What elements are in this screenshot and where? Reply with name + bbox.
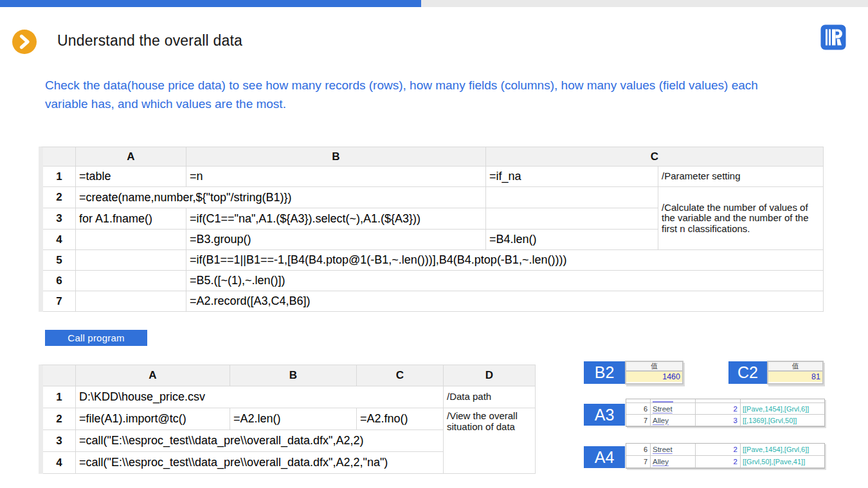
t2-col-header-a: A [76, 365, 230, 386]
t1-cell-a6 [76, 271, 186, 291]
a3-row7-count: 3 [696, 415, 741, 426]
t2-col-header-b: B [230, 365, 357, 386]
t1-col-header-a: A [76, 147, 186, 167]
a4-row6-count: 2 [696, 444, 741, 456]
a4-row7-index: 7 [626, 456, 651, 468]
t1-row-num: 1 [43, 167, 76, 187]
t2-comment-rows2-4: /View the overall situation of data [444, 408, 536, 474]
t1-cell-c1: =if_na [486, 167, 658, 187]
a4-row7-field: Alley [651, 456, 696, 468]
t1-cell-b3: =if(C1=="na",A1.(${A3}).select(~),A1.(${… [186, 208, 486, 230]
call-program-button[interactable]: Call program [45, 330, 147, 346]
t2-comment-row1: /Data path [444, 386, 536, 408]
a3-row6-index: 6 [626, 403, 651, 415]
result-value-b2: 1460 [626, 372, 682, 382]
t1-col-header-c: C [486, 147, 824, 167]
t1-cell-b7: =A2.record([A3,C4,B6]) [186, 291, 824, 312]
a4-row7-groups: [[Grvl,50],[Pave,41]] [741, 456, 824, 468]
a4-row7-count: 2 [696, 456, 741, 468]
t1-row-num: 3 [43, 208, 76, 230]
t1-row-num: 6 [43, 271, 76, 291]
top-accent-bar [0, 0, 421, 7]
a3-row7-field: Alley [651, 415, 696, 426]
a3-row6-count: 2 [696, 403, 741, 415]
t2-cell-a2: =file(A1).import@tc() [76, 408, 230, 430]
a3-row7-groups: [[,1369],[Grvl,50]] [741, 415, 824, 426]
t1-cell-c2 [486, 187, 658, 208]
result-value-table-b2: 值 1460 [625, 361, 683, 384]
page-title: Understand the overall data [57, 32, 242, 50]
t1-cell-a3: for A1.fname() [76, 208, 186, 230]
result-label-a4: A4 [584, 446, 625, 468]
t1-cell-b6: =B5.([~(1),~.len()]) [186, 271, 824, 291]
t1-row-num: 5 [43, 250, 76, 271]
chevron-circle-icon [12, 30, 37, 54]
t2-row-num: 2 [43, 408, 76, 430]
t2-cell-b2: =A2.len() [230, 408, 357, 430]
a4-row6-index: 6 [626, 444, 651, 456]
t1-cell-a1: =table [76, 167, 186, 187]
a3-row6-field: Street [651, 403, 696, 415]
call-table: A B C D 1 D:\KDD\house_price.csv /Data p… [39, 365, 536, 474]
raqsoft-logo-icon [820, 24, 846, 50]
t1-cell-a4 [76, 230, 186, 250]
a3-row6-groups: [[Pave,1454],[Grvl,6]] [741, 403, 824, 415]
t2-corner [43, 365, 76, 386]
value-column-header: 值 [768, 362, 822, 372]
t2-cell-a4: =call("E:\\esproc_test\\data_pre\\overal… [76, 452, 444, 474]
t1-cell-a5 [76, 250, 186, 271]
result-label-c2: C2 [728, 361, 767, 384]
t1-corner [43, 147, 76, 167]
t1-row-num: 7 [43, 291, 76, 312]
script-table: A B C 1 =table =n =if_na /Parameter sett… [39, 147, 824, 312]
intro-paragraph: Check the data(house price data) to see … [45, 76, 804, 113]
t2-col-header-d: D [444, 365, 536, 386]
result-table-a3: 6 Street 2 [[Pave,1454],[Grvl,6]] 7 Alle… [626, 399, 825, 427]
result-label-b2: B2 [584, 361, 625, 384]
truncated-row-underline [653, 401, 673, 402]
t2-row-num: 3 [43, 430, 76, 452]
t2-col-header-c: C [357, 365, 444, 386]
t1-cell-a2: =create(name,number,${"top"/string(B1)}) [76, 187, 486, 208]
t2-cell-a1: D:\KDD\house_price.csv [76, 386, 444, 408]
t1-cell-c3 [486, 208, 658, 230]
t1-row-num: 2 [43, 187, 76, 208]
t1-cell-a7 [76, 291, 186, 312]
a4-row6-field: Street [651, 444, 696, 456]
top-gray-bar [421, 0, 868, 7]
t1-row-num: 4 [43, 230, 76, 250]
a3-row7-index: 7 [626, 415, 651, 426]
t1-comment-row1: /Parameter setting [658, 167, 824, 187]
result-value-table-c2: 值 81 [767, 361, 824, 384]
t1-cell-b1: =n [186, 167, 486, 187]
result-value-c2: 81 [768, 372, 822, 382]
t1-cell-b4: =B3.group() [186, 230, 486, 250]
t2-row-num: 4 [43, 452, 76, 474]
t2-cell-c2: =A2.fno() [357, 408, 444, 430]
value-column-header: 值 [626, 362, 682, 372]
t1-cell-c4: =B4.len() [486, 230, 658, 250]
result-label-a3: A3 [584, 404, 625, 426]
t1-cell-b5: =if(B1==1||B1==-1,[B4(B4.ptop@1(-B1,~.le… [186, 250, 824, 271]
t1-col-header-b: B [186, 147, 486, 167]
t2-cell-a3: =call("E:\\esproc_test\\data_pre\\overal… [76, 430, 444, 452]
t1-comment-rows2-4: /Calculate the number of values of the v… [658, 187, 824, 250]
a4-row6-groups: [[Pave,1454],[Grvl,6]] [741, 444, 824, 456]
t2-row-num: 1 [43, 386, 76, 408]
result-table-a4: 6 Street 2 [[Pave,1454],[Grvl,6]] 7 Alle… [626, 443, 825, 469]
